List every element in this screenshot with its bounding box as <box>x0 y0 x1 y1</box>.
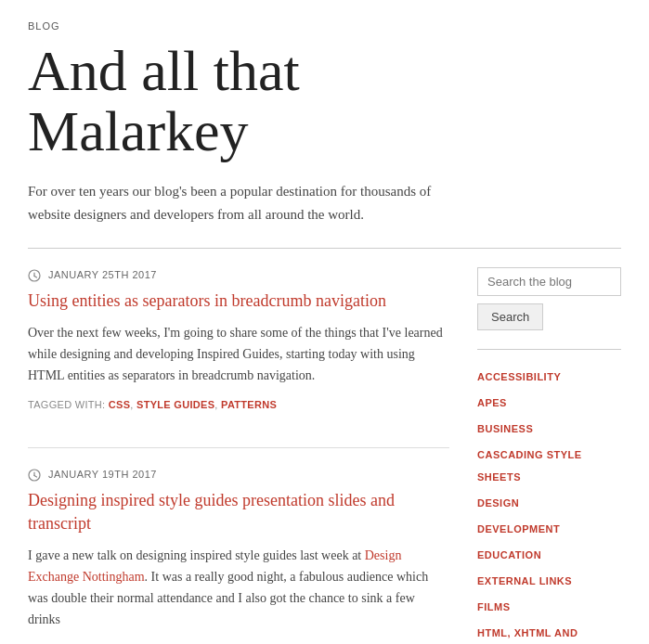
list-item: HTML, XHTML AND MICROFORMATS <box>477 621 621 644</box>
blog-title: And all that Malarkey <box>28 41 621 161</box>
search-button[interactable]: Search <box>477 303 543 330</box>
post-1-title: Using entities as separators in breadcru… <box>28 290 449 313</box>
category-education[interactable]: EDUCATION <box>477 549 541 560</box>
tag-patterns[interactable]: PATTERNS <box>221 399 277 410</box>
post-1: JANUARY 25TH 2017 Using entities as sepa… <box>28 267 449 414</box>
clock-icon-2 <box>28 469 41 482</box>
post-2-title-link[interactable]: Designing inspired style guides presenta… <box>28 491 395 533</box>
post-2-date: JANUARY 19TH 2017 <box>48 467 157 483</box>
category-apes[interactable]: APES <box>477 397 507 408</box>
tagged-label: TAGGED WITH: <box>28 399 105 410</box>
category-html-xhtml[interactable]: HTML, XHTML AND MICROFORMATS <box>477 627 578 644</box>
sidebar-divider <box>477 349 621 350</box>
list-item: CASCADING STYLE SHEETS <box>477 443 621 487</box>
category-accessibility[interactable]: ACCESSIBILITY <box>477 371 561 382</box>
category-design[interactable]: DESIGN <box>477 497 519 509</box>
post-2-title: Designing inspired style guides presenta… <box>28 489 449 535</box>
blog-title-line1: And all that <box>28 39 300 102</box>
list-item: BUSINESS <box>477 417 621 439</box>
list-item: EXTERNAL LINKS <box>477 569 621 591</box>
blog-label: BLOG <box>28 19 621 35</box>
post-2: JANUARY 19TH 2017 Designing inspired sty… <box>28 467 449 630</box>
tag-style-guides[interactable]: STYLE GUIDES <box>136 399 214 410</box>
list-item: DESIGN <box>477 491 621 513</box>
post-divider <box>28 447 449 448</box>
post-1-date: JANUARY 25TH 2017 <box>48 267 157 284</box>
category-cascading-style-sheets[interactable]: CASCADING STYLE SHEETS <box>477 449 582 483</box>
category-development[interactable]: DEVELOPMENT <box>477 523 560 535</box>
main-content: JANUARY 25TH 2017 Using entities as sepa… <box>28 267 449 644</box>
post-1-meta: JANUARY 25TH 2017 <box>28 267 449 284</box>
header-divider <box>28 248 621 249</box>
tag-css[interactable]: CSS <box>109 399 131 410</box>
main-layout: JANUARY 25TH 2017 Using entities as sepa… <box>28 267 621 644</box>
blog-title-line2: Malarkey <box>28 99 249 162</box>
list-item: DEVELOPMENT <box>477 517 621 539</box>
svg-line-5 <box>34 475 37 477</box>
post-2-excerpt: I gave a new talk on designing inspired … <box>28 545 449 630</box>
post-2-meta: JANUARY 19TH 2017 <box>28 467 449 483</box>
list-item: APES <box>477 391 621 413</box>
post-1-tags: TAGGED WITH: CSS, STYLE GUIDES, PATTERNS <box>28 397 449 414</box>
clock-icon <box>28 269 41 282</box>
sidebar: Search ACCESSIBILITY APES BUSINESS CASCA… <box>477 267 621 644</box>
post-1-excerpt: Over the next few weeks, I'm going to sh… <box>28 322 449 386</box>
list-item: EDUCATION <box>477 543 621 565</box>
category-external-links[interactable]: EXTERNAL LINKS <box>477 575 572 586</box>
svg-line-2 <box>34 277 37 278</box>
list-item: ACCESSIBILITY <box>477 365 621 387</box>
post-1-title-link[interactable]: Using entities as separators in breadcru… <box>28 291 386 310</box>
categories-list: ACCESSIBILITY APES BUSINESS CASCADING ST… <box>477 365 621 644</box>
blog-description: For over ten years our blog's been a pop… <box>28 180 474 226</box>
page-wrapper: BLOG And all that Malarkey For over ten … <box>0 0 649 644</box>
category-business[interactable]: BUSINESS <box>477 423 533 434</box>
design-exchange-link[interactable]: Design Exchange Nottingham <box>28 548 401 584</box>
search-input[interactable] <box>477 267 621 296</box>
category-films[interactable]: FILMS <box>477 601 511 612</box>
list-item: FILMS <box>477 595 621 617</box>
